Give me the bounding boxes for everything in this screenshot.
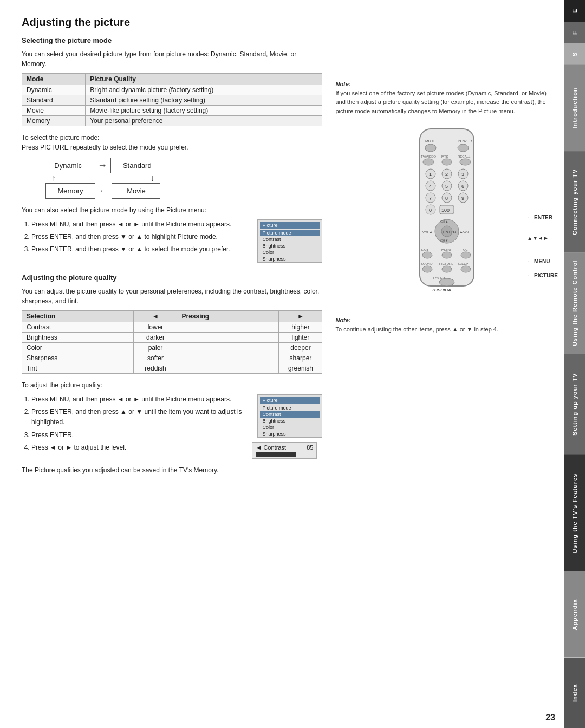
svg-text:9: 9: [461, 196, 464, 201]
ss-row: Color: [260, 249, 320, 256]
ss-row: Sharpness: [260, 431, 320, 437]
quality-table: Selection ◄ Pressing ► Contrast lower hi…: [22, 310, 322, 374]
svg-point-45: [461, 252, 471, 258]
arrows-label: ▲▼◄►: [527, 233, 558, 243]
ss-row: Picture mode: [260, 405, 320, 411]
note-box-2: Note: To continue adjusting the other it…: [335, 316, 558, 334]
picture-label: ← PICTURE: [527, 271, 558, 281]
right-arrow-header: ►: [279, 311, 322, 322]
pressing-cell: [177, 363, 279, 374]
list-item: Press ENTER, and then press ▼ or ▲ to se…: [31, 244, 252, 255]
ss-row: Sharpness: [260, 256, 320, 262]
quality-step-text: Press MENU, and then press ◄ or ► until …: [22, 394, 252, 457]
svg-point-50: [442, 266, 452, 272]
svg-text:3: 3: [461, 172, 464, 177]
list-item: Press ENTER, and then press ▲ or ▼ until…: [31, 407, 252, 427]
also-select-text: You can also select the picture mode by …: [22, 205, 322, 215]
svg-text:ENTER: ENTER: [443, 230, 456, 234]
main-content: Adjusting the picture Selecting the pict…: [22, 16, 558, 712]
right-column: Note: If you select one of the factory-s…: [335, 36, 558, 475]
step-text-col: Press MENU, and then press ◄ or ► until …: [22, 219, 252, 259]
svg-text:►VOL: ►VOL: [460, 231, 470, 234]
cycle-top-row: Dynamic → Standard: [42, 158, 164, 173]
cycle-side-arrows: ↑ ↓: [27, 173, 179, 183]
page-number: 23: [545, 713, 555, 723]
ss-contrast-row: Contrast85: [260, 437, 320, 438]
select-instruction: To select the picture mode: Press PICTUR…: [22, 133, 322, 152]
note-label-2: Note:: [335, 317, 350, 323]
note-box-1: Note: If you select one of the factory-s…: [335, 80, 558, 115]
contrast-fill-bar: [256, 452, 296, 457]
selection-cell: Tint: [22, 363, 134, 374]
remote-svg: MUTE POWER TV/VIDEO MTS RECALL 1 2: [404, 126, 490, 300]
svg-text:8: 8: [445, 196, 448, 201]
remote-labels: ← ENTER ▲▼◄► ← MENU ← PICTURE: [527, 213, 558, 281]
right-cell: lighter: [279, 333, 322, 343]
tab-using: Using the TV's Features: [564, 455, 585, 572]
table-row: Contrast lower higher: [22, 322, 322, 333]
ss-row: Picture mode: [260, 230, 320, 236]
steps-with-image: Press MENU, and then press ◄ or ► until …: [22, 219, 322, 263]
quality-col-header: Picture Quality: [86, 74, 322, 85]
section1-heading: Selecting the picture mode: [22, 36, 322, 46]
cycle-memory: Memory: [46, 183, 96, 199]
table-row: Tint reddish greenish: [22, 363, 322, 374]
svg-text:2: 2: [445, 172, 448, 177]
selection-cell: Color: [22, 343, 134, 353]
right-cell: deeper: [279, 343, 322, 353]
svg-text:CC: CC: [463, 248, 468, 251]
quality-cell: Your personal preference: [86, 116, 322, 126]
cycle-movie: Movie: [112, 183, 160, 199]
remote-area: MUTE POWER TV/VIDEO MTS RECALL 1 2: [335, 126, 558, 300]
quality-steps-with-image: Press MENU, and then press ◄ or ► until …: [22, 394, 322, 459]
ss-title-bar-2: Picture: [260, 397, 320, 404]
left-cell: softer: [134, 353, 177, 363]
svg-text:VOL◄: VOL◄: [422, 231, 432, 234]
tab-f: F: [564, 22, 585, 43]
menu-screenshot-2: Picture Picture mode Contrast Brightness…: [257, 394, 322, 438]
svg-text:5: 5: [445, 184, 448, 189]
section2-heading: Adjusting the picture quality: [22, 274, 322, 283]
svg-text:TOSHIBA: TOSHIBA: [432, 288, 451, 292]
selection-header: Selection: [22, 311, 134, 322]
svg-point-43: [422, 252, 432, 258]
contrast-label: ◄ Contrast: [256, 444, 286, 451]
svg-point-49: [422, 266, 432, 272]
table-row: Dynamic Bright and dynamic picture (fact…: [22, 85, 322, 95]
svg-text:RECALL: RECALL: [458, 155, 471, 158]
adjust-instruction: To adjust the picture quality:: [22, 380, 322, 390]
arrow-right-top: →: [98, 160, 107, 171]
ss-row: Tint: [260, 262, 320, 263]
mode-col-header: Mode: [22, 74, 86, 85]
quality-steps-list: Press MENU, and then press ◄ or ► until …: [22, 394, 252, 453]
list-item: Press MENU, and then press ◄ or ► until …: [31, 219, 252, 230]
tab-s: S: [564, 43, 585, 65]
svg-text:POWER: POWER: [458, 139, 472, 143]
list-item: Press ENTER, and then press ▼ or ▲ to hi…: [31, 232, 252, 242]
mode-cell: Memory: [22, 116, 86, 126]
table-row: Standard Standard picture setting (facto…: [22, 95, 322, 106]
table-row: Brightness darker lighter: [22, 333, 322, 343]
ss-row: Color: [260, 424, 320, 431]
list-item: Press ◄ or ► to adjust the level.: [31, 443, 252, 453]
section1-intro: You can select your desired picture type…: [22, 49, 322, 69]
arrow-left-bottom: ←: [99, 185, 108, 197]
contrast-value: 85: [307, 444, 313, 451]
table-row: Memory Your personal preference: [22, 116, 322, 126]
svg-text:0: 0: [429, 207, 432, 213]
mode-table: Mode Picture Quality Dynamic Bright and …: [22, 73, 322, 126]
two-column-layout: Selecting the picture mode You can selec…: [22, 36, 558, 475]
quality-cell: Movie-like picture setting (factory sett…: [86, 106, 322, 116]
mode-cell: Movie: [22, 106, 86, 116]
cycle-dynamic: Dynamic: [42, 158, 94, 173]
svg-text:MENU: MENU: [441, 248, 451, 251]
menu-screenshot-1: Picture Picture mode Contrast Brightness…: [257, 219, 322, 263]
ss-title-bar: Picture: [260, 222, 320, 229]
svg-point-53: [439, 278, 454, 286]
right-cell: sharper: [279, 353, 322, 363]
svg-point-44: [442, 252, 452, 258]
page-title: Adjusting the picture: [22, 16, 558, 29]
tab-setting: Setting up your TV: [564, 354, 585, 455]
pressing-cell: [177, 343, 279, 353]
svg-text:6: 6: [461, 184, 464, 189]
